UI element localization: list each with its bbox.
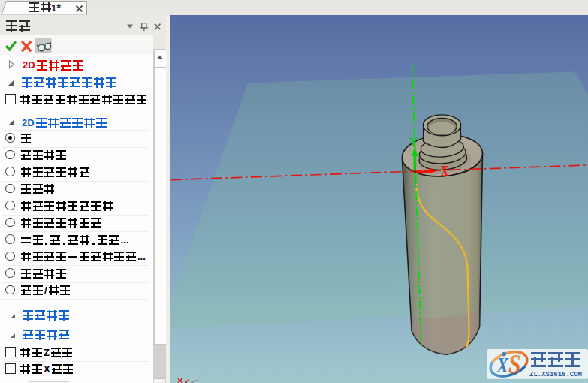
svg-text:S: S [508,350,521,379]
svg-text:ZL.XS1616.COM: ZL.XS1616.COM [529,370,582,378]
svg-text:X: X [496,352,509,377]
svg-text:Y: Y [409,136,418,149]
svg-text:X: X [441,163,448,179]
